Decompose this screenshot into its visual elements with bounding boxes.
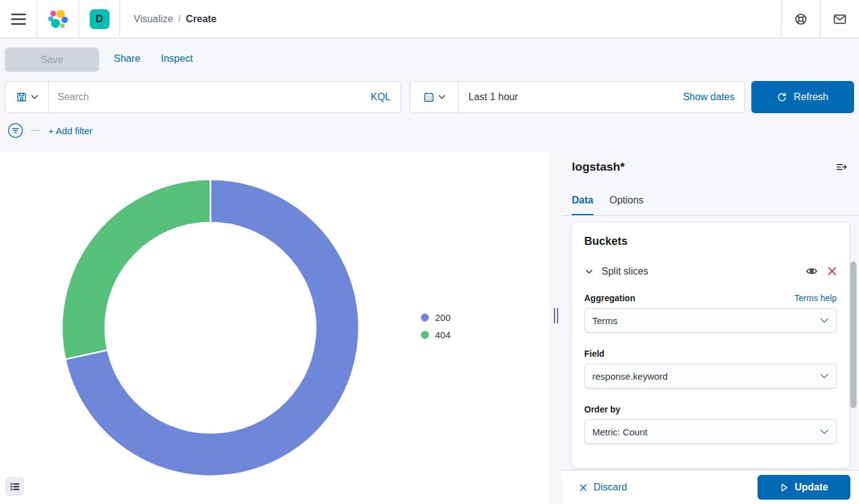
calendar-icon bbox=[423, 92, 434, 103]
app-header: D Visualize / Create bbox=[0, 0, 859, 38]
aggregation-select[interactable]: Terms bbox=[584, 308, 837, 333]
kql-language-button[interactable]: KQL bbox=[361, 82, 400, 113]
split-slices-label[interactable]: Split slices bbox=[602, 266, 649, 277]
buckets-heading: Buckets bbox=[584, 235, 837, 248]
collapse-panel-button[interactable] bbox=[835, 161, 848, 173]
update-button[interactable]: Update bbox=[758, 475, 850, 500]
filter-bar: + Add filter bbox=[7, 122, 92, 139]
refresh-icon bbox=[777, 92, 787, 103]
chevron-down-icon bbox=[820, 318, 829, 323]
chevron-down-icon bbox=[438, 95, 446, 100]
search-input[interactable] bbox=[49, 82, 361, 113]
resizer-grip-icon bbox=[554, 308, 558, 323]
inspect-button[interactable]: Inspect bbox=[161, 53, 193, 64]
legend-label: 404 bbox=[435, 330, 451, 340]
split-slices-row: Split slices bbox=[584, 265, 837, 277]
aggregation-value: Terms bbox=[592, 315, 820, 326]
space-badge[interactable]: D bbox=[90, 9, 110, 29]
legend-dot-icon bbox=[421, 314, 429, 322]
play-icon bbox=[780, 483, 788, 492]
elastic-logo-icon bbox=[48, 9, 69, 30]
legend-toggle-button[interactable] bbox=[5, 477, 24, 496]
chevron-down-icon[interactable] bbox=[584, 267, 594, 276]
mail-icon bbox=[832, 12, 847, 26]
refresh-label: Refresh bbox=[793, 92, 828, 103]
filter-separator bbox=[31, 130, 41, 131]
chevron-down-icon bbox=[31, 95, 38, 100]
discard-label: Discard bbox=[594, 482, 627, 493]
field-select[interactable]: response.keyword bbox=[584, 364, 837, 388]
aggregation-label: Aggregation bbox=[584, 293, 635, 303]
list-icon bbox=[10, 482, 20, 492]
legend-item-404[interactable]: 404 bbox=[421, 330, 451, 340]
index-pattern-title: logstash* bbox=[572, 160, 625, 174]
breadcrumb-create: Create bbox=[186, 14, 217, 25]
query-bar: KQL bbox=[5, 81, 401, 113]
tab-options[interactable]: Options bbox=[610, 187, 644, 215]
help-icon bbox=[794, 12, 808, 26]
terms-help-link[interactable]: Terms help bbox=[795, 293, 837, 303]
order-by-value: Metric: Count bbox=[592, 427, 820, 437]
chart-legend: 200404 bbox=[421, 312, 451, 340]
share-button[interactable]: Share bbox=[114, 53, 140, 64]
remove-bucket-icon[interactable] bbox=[827, 267, 837, 276]
close-icon bbox=[579, 484, 587, 492]
editor-tabs: Data Options bbox=[562, 187, 859, 216]
order-by-label: Order by bbox=[584, 404, 620, 414]
newsfeed-button[interactable] bbox=[820, 0, 859, 38]
update-label: Update bbox=[795, 482, 828, 493]
breadcrumb: Visualize / Create bbox=[120, 0, 217, 38]
tab-data[interactable]: Data bbox=[572, 187, 594, 215]
editor-footer: Discard Update bbox=[562, 470, 859, 504]
show-dates-button[interactable]: Show dates bbox=[673, 82, 745, 113]
time-range-value[interactable]: Last 1 hour bbox=[459, 82, 673, 113]
elastic-logo[interactable] bbox=[37, 0, 79, 38]
legend-label: 200 bbox=[435, 312, 451, 323]
donut-chart[interactable] bbox=[0, 152, 550, 504]
space-selector[interactable]: D bbox=[79, 0, 120, 38]
visualization-canvas: 200404 bbox=[0, 152, 550, 504]
menu-right-icon bbox=[835, 161, 848, 173]
saved-query-menu-button[interactable] bbox=[6, 82, 49, 113]
save-query-icon bbox=[16, 92, 27, 103]
legend-item-200[interactable]: 200 bbox=[421, 312, 451, 323]
date-quick-select-button[interactable] bbox=[410, 82, 459, 113]
field-value: response.keyword bbox=[592, 371, 820, 382]
hamburger-icon bbox=[11, 13, 26, 25]
hamburger-menu-button[interactable] bbox=[0, 0, 37, 38]
field-label: Field bbox=[584, 349, 605, 359]
help-menu-button[interactable] bbox=[781, 0, 820, 38]
breadcrumb-visualize[interactable]: Visualize bbox=[134, 14, 173, 25]
visualization-editor-panel: logstash* Data Options Buckets Split sli… bbox=[562, 152, 859, 470]
eye-icon[interactable] bbox=[806, 265, 818, 277]
add-filter-button[interactable]: + Add filter bbox=[48, 126, 92, 136]
save-button[interactable]: Save bbox=[5, 48, 99, 72]
panel-scrollbar[interactable] bbox=[850, 262, 857, 408]
order-by-select[interactable]: Metric: Count bbox=[584, 419, 837, 444]
discard-button[interactable]: Discard bbox=[579, 482, 627, 493]
breadcrumb-separator: / bbox=[178, 14, 181, 25]
chevron-down-icon bbox=[820, 374, 829, 379]
pie-slice-404[interactable] bbox=[62, 179, 210, 359]
chevron-down-icon bbox=[820, 429, 829, 435]
buckets-card: Buckets Split slices Aggregation bbox=[572, 223, 849, 468]
filter-menu-icon[interactable] bbox=[7, 122, 24, 139]
date-picker: Last 1 hour Show dates bbox=[410, 81, 745, 113]
legend-dot-icon bbox=[421, 331, 429, 339]
panel-resizer-handle[interactable] bbox=[550, 152, 562, 504]
refresh-button[interactable]: Refresh bbox=[751, 81, 854, 113]
